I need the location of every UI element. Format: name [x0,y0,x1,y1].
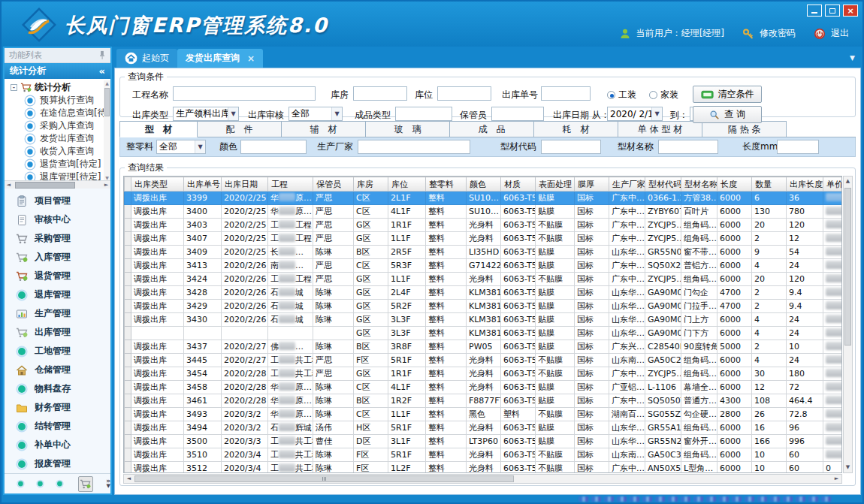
grid-cell[interactable]: 24 [787,327,823,340]
grid-cell[interactable]: 国标 [575,367,609,381]
grid-cell[interactable]: 2 [752,232,787,246]
table-row[interactable]: 调拨出库34612020/2/28华原…陈琳B区1R2F整料F8877FT606… [125,394,843,408]
grid-cell[interactable]: B区 [354,340,388,354]
grid-cell[interactable]: 2R5F [388,246,426,259]
whole-piece-select[interactable]: 全部▼ [156,140,206,154]
grid-cell[interactable]: 陈琳 [313,448,354,462]
grid-cell[interactable]: 整料 [426,381,467,394]
grid-cell[interactable]: 6063-T5 [501,286,536,300]
grid-cell[interactable]: 3413 [184,259,222,273]
grid-cell[interactable]: 整料 [426,192,467,205]
grid-cell[interactable]: 75 [823,313,843,327]
table-row[interactable]: 调拨出库34032020/2/25工工程严思G区1R1F整料光身料6063-T5… [125,219,843,232]
column-header-保管员[interactable]: 保管员 [313,177,354,192]
table-row[interactable]: 调拨出库34542020/2/28工共工程严思G区1R1F整料光身料6063-T… [125,367,843,381]
grid-cell[interactable]: 2020/2/26 [222,300,268,313]
grid-cell[interactable]: 6063-T5 [501,259,536,273]
grid-cell[interactable]: 调拨出库 [131,286,184,300]
column-header-工程[interactable]: 工程 [268,177,313,192]
grid-cell[interactable]: 24 [787,354,823,367]
grid-cell[interactable]: 2020/2/28 [222,394,268,408]
grid-cell[interactable]: 整料 [426,462,467,474]
grid-cell[interactable]: 不贴膜 [536,408,575,421]
table-row[interactable]: 调拨出库34002020/2/25华原…严思C区4L1F整料SU10…6063-… [125,205,843,219]
grid-cell[interactable]: 整料 [426,300,467,313]
grid-cell[interactable]: 湖南百… [609,408,645,421]
grid-cell[interactable]: 3494 [184,421,222,435]
grid-cell[interactable] [823,435,843,448]
material-tab-成品[interactable]: 成 品 [450,121,534,137]
manufacturer-input[interactable] [358,140,470,154]
grid-cell[interactable]: 工共工程 [268,435,313,448]
grid-cell[interactable]: 996 [787,435,823,448]
grid-cell[interactable]: 6000 [717,219,752,232]
tab-close-icon[interactable]: × [247,53,255,64]
scroll-right-icon[interactable]: ► [102,181,110,189]
grid-cell[interactable]: 国标 [575,327,609,340]
grid-cell[interactable]: 36 [787,192,823,205]
grid-cell[interactable]: 5000 [717,340,752,354]
tree-item-发货出库查询[interactable]: 发货出库查询 [5,132,110,145]
grid-cell[interactable]: 广东中… [609,394,645,408]
minimize-button[interactable] [807,5,822,17]
scroll-thumb[interactable] [844,188,851,346]
tree-item-退库管理[待定][interactable]: 退库管理[待定] [5,171,110,180]
grid-cell[interactable]: G区 [354,300,388,313]
grid-cell[interactable]: 整料 [426,232,467,246]
grid-cell[interactable]: 国标 [575,448,609,462]
grid-cell[interactable]: 山东华… [609,286,645,300]
grid-cell[interactable]: 黑色 [467,408,501,421]
column-header-颜色[interactable]: 颜色 [467,177,501,192]
grid-cell[interactable]: 6000 [717,259,752,273]
table-row[interactable]: 调拨出库34132020/2/26南…严思C区5R3F整料G714226063-… [125,259,843,273]
grid-cell[interactable]: 国标 [575,435,609,448]
grid-cell[interactable]: 872 [823,300,843,313]
grid-cell[interactable]: 曹佳 [313,435,354,448]
grid-cell[interactable]: 整料 [426,394,467,408]
grid-cell[interactable]: 贴膜 [536,246,575,259]
grid-cell[interactable]: 调拨出库 [131,313,184,327]
color-input[interactable] [240,140,307,154]
material-tab-辅材[interactable]: 辅 材 [282,121,366,137]
grid-cell[interactable]: B区 [354,246,388,259]
scroll-right-icon[interactable]: ► [832,475,841,483]
grid-cell[interactable]: 6063-T5 [501,448,536,462]
grid-cell[interactable] [184,327,222,340]
grid-cell[interactable]: 6063-T5 [501,367,536,381]
project-name-input[interactable] [173,86,316,101]
grid-cell[interactable]: 2800 [717,408,752,421]
grid-cell[interactable]: 20 [752,219,787,232]
grid-cell[interactable]: SG055Z [645,408,681,421]
grid-cell[interactable]: 光身料 [467,421,501,435]
grid-cell[interactable]: 30 [752,367,787,381]
grid-cell[interactable]: 3L1F [388,435,426,448]
grid-cell[interactable]: 幕墙全… [681,381,717,394]
grid-cell[interactable]: 不贴膜 [536,232,575,246]
grid-cell[interactable]: ZYCJP5… [645,219,681,232]
tab-home[interactable]: 起始页 [116,49,177,68]
grid-cell[interactable]: 6063-T5 [501,300,536,313]
grid-cell[interactable]: 4L1F [388,381,426,394]
grid-cell[interactable]: 工共工程 [268,354,313,367]
grid-cell[interactable]: KLM3817 [467,313,501,327]
grid-cell[interactable]: 1L1F [388,232,426,246]
grid-cell[interactable]: 组角码… [681,448,717,462]
grid-cell[interactable]: 调拨出库 [131,408,184,421]
grid-cell[interactable]: 严思 [313,192,354,205]
grid-cell[interactable]: 贴膜 [536,340,575,354]
grid-cell[interactable]: D区 [354,435,388,448]
grid-cell[interactable]: 陈琳 [313,286,354,300]
grid-cell[interactable]: 国标 [575,340,609,354]
grid-cell[interactable] [823,408,843,421]
grid-cell[interactable]: 陈琳 [313,340,354,354]
grid-cell[interactable]: 3407 [184,232,222,246]
grid-cell[interactable]: 陈琳 [313,313,354,327]
column-header-型材名称[interactable]: 型材名称 [681,177,717,192]
grid-cell[interactable]: 2020/2/27 [222,340,268,354]
scroll-thumb[interactable] [134,475,514,482]
grid-cell[interactable]: 石辉城 [268,421,313,435]
grid-cell[interactable]: 2020/3/3 [222,435,268,448]
grid-cell[interactable]: 石城 [268,286,313,300]
grid-cell[interactable]: 整料 [426,219,467,232]
grid-cell[interactable]: 贴膜 [536,394,575,408]
